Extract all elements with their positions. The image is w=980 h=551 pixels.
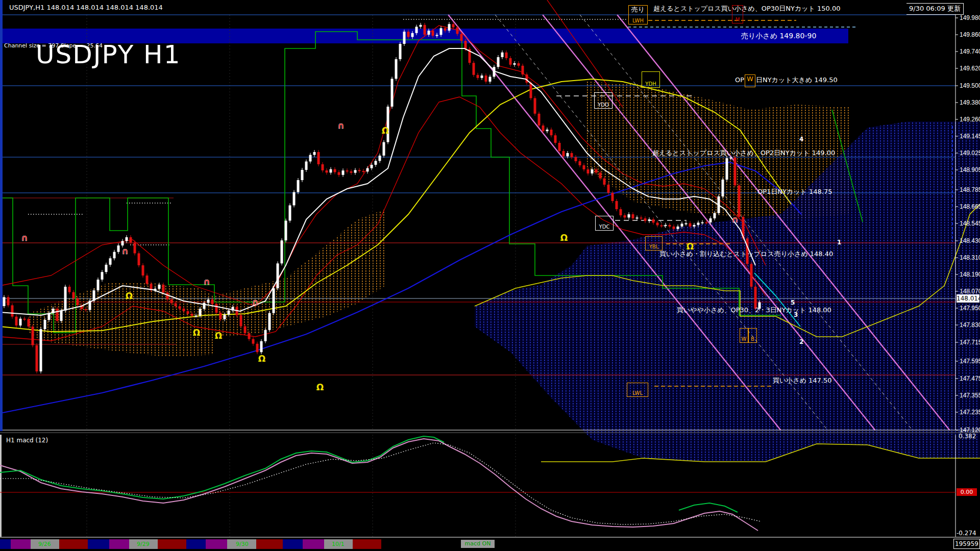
candlestick — [428, 31, 430, 35]
candlestick — [538, 114, 541, 126]
ydc-marker-box: YDC — [595, 216, 614, 231]
macd-indicator-label: H1 macd (12) — [6, 437, 48, 444]
candlestick — [224, 315, 226, 319]
candlestick — [207, 299, 210, 303]
candlestick — [285, 221, 287, 241]
macd-toggle-button[interactable]: macd ON — [461, 540, 495, 548]
candlestick — [346, 170, 349, 171]
annotation-op-prefix: OP — [735, 76, 744, 84]
candlestick — [546, 130, 549, 131]
candlestick — [273, 288, 275, 313]
timeline-segment — [0, 539, 11, 549]
annotation-buy-14840: 買い小さめ・割り込むとストップロス売り小さめ 148.40 — [659, 249, 833, 259]
candlestick — [473, 63, 475, 75]
candlestick — [620, 209, 622, 215]
candlestick — [166, 292, 169, 299]
candlestick — [644, 218, 647, 221]
candlestick — [338, 172, 340, 175]
buy-signal-mark: Ω — [126, 291, 133, 301]
candlestick — [85, 309, 87, 310]
wave-count-2: 2 — [799, 338, 803, 345]
candlestick — [505, 53, 508, 58]
candlestick — [244, 326, 247, 333]
candlestick — [268, 313, 271, 330]
macd-line-green — [679, 503, 738, 512]
channel-info-label: Channel size = 797 Slope = -25.64 — [4, 42, 103, 49]
candlestick — [56, 309, 59, 321]
axis-price-label: 148.665 — [960, 203, 980, 210]
annotation-buy-14800: 買いやや小さめ、OP30、2・3日NYカット 148.00 — [677, 306, 831, 315]
candlestick — [440, 28, 443, 35]
candlestick — [452, 24, 455, 27]
macd-axis-bottom-value: -0.274 — [957, 530, 976, 537]
candlestick — [101, 272, 104, 280]
candlestick — [7, 297, 10, 305]
candlestick — [481, 76, 483, 78]
candlestick — [3, 297, 6, 306]
annotation-op30-150: 超えるとストップロス買い小さめ、OP30日NYカット 150.00 — [653, 4, 840, 13]
candlestick — [187, 311, 189, 314]
candlestick — [689, 223, 692, 227]
candlestick — [183, 309, 185, 311]
candlestick — [701, 222, 704, 223]
candlestick — [248, 333, 251, 339]
candlestick — [632, 214, 634, 218]
candlestick — [579, 161, 581, 165]
candlestick — [158, 285, 161, 289]
timeline-segment — [283, 539, 303, 549]
candlestick — [40, 329, 42, 371]
candlestick — [685, 223, 688, 224]
ydo-marker-box: YDO — [594, 92, 612, 109]
candlestick — [113, 252, 116, 259]
candlestick — [652, 219, 655, 222]
window-border — [0, 0, 3, 431]
candlestick — [260, 341, 263, 353]
timeline-segment — [11, 539, 31, 549]
axis-price-label: 149.500 — [960, 82, 980, 89]
candlestick — [126, 237, 128, 241]
candlestick — [219, 313, 222, 319]
candlestick — [72, 292, 75, 298]
annotation-buy-14750: 買い小さめ 147.50 — [773, 376, 832, 385]
timeline-segment — [206, 539, 227, 549]
candlestick — [436, 35, 438, 36]
candlestick — [403, 32, 406, 44]
candlestick — [554, 135, 557, 143]
candlestick — [358, 170, 361, 171]
candlestick — [734, 158, 737, 186]
candlestick — [293, 192, 296, 206]
update-timestamp-button[interactable]: 9/30 06:09 更新 — [906, 3, 964, 15]
candlestick — [117, 245, 120, 252]
axis-price-label: 149.260 — [960, 116, 980, 123]
candlestick — [301, 170, 304, 180]
candlestick — [130, 237, 132, 242]
candlestick — [407, 32, 410, 37]
candlestick — [109, 258, 112, 265]
sell-signal-mark: ∩ — [731, 214, 739, 224]
candlestick — [252, 339, 255, 344]
candlestick — [256, 344, 259, 353]
annotation-op2-14900: 超えるとストップロス買い小さめ、OP2日NYカット 149.00 — [652, 148, 835, 158]
candlestick — [583, 165, 585, 169]
candlestick — [489, 77, 492, 82]
trading-terminal: ∩∩∩∩∩∩ΩΩΩΩΩΩΩΩ USDJPY,H1 148.014 148.014… — [0, 0, 980, 551]
axis-price-label: 148.785 — [960, 186, 980, 193]
candlestick — [330, 169, 332, 173]
candlestick — [191, 314, 193, 316]
annotation-op-suffix: 日NYカット大きめ 149.50 — [756, 76, 838, 84]
candlestick — [326, 170, 328, 172]
candlestick — [105, 265, 108, 272]
candlestick — [387, 107, 389, 142]
lwh-label: LWH — [632, 18, 644, 23]
candlestick — [162, 285, 165, 292]
candlestick — [424, 25, 426, 35]
candlestick — [309, 155, 312, 162]
candlestick — [722, 180, 724, 196]
axis-price-label: 148.310 — [960, 254, 980, 261]
candlestick — [669, 225, 671, 227]
timeline-segment — [353, 539, 381, 549]
axis-price-label: 147.475 — [960, 375, 980, 382]
candlestick — [526, 74, 528, 83]
candlestick — [305, 162, 308, 170]
candlestick — [709, 218, 712, 222]
